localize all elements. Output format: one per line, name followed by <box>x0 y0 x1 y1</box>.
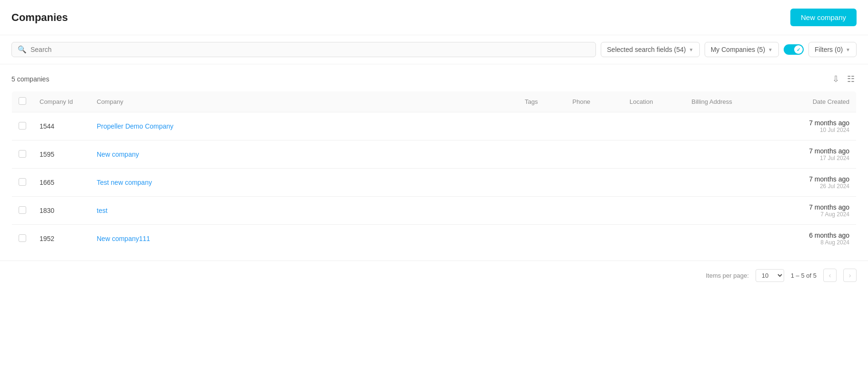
row-company-name: New company <box>90 141 518 169</box>
toolbar: 🔍 Selected search fields (54) ▼ My Compa… <box>0 35 868 64</box>
table-row: 1544 Propeller Demo Company 7 months ago… <box>12 112 857 141</box>
row-date-created: 7 months ago 7 Aug 2024 <box>771 197 857 225</box>
table-actions: ⇩ ☷ <box>830 72 857 86</box>
row-phone <box>566 169 623 197</box>
next-page-button[interactable]: › <box>843 269 857 282</box>
page-header: Companies New company <box>0 0 868 35</box>
row-checkbox[interactable] <box>19 150 26 158</box>
date-exact: 17 Jul 2024 <box>777 155 850 161</box>
row-billing-address <box>685 169 771 197</box>
row-location <box>623 197 685 225</box>
companies-table: Company Id Company Tags Phone Location B… <box>11 91 857 253</box>
row-checkbox[interactable] <box>19 234 26 242</box>
row-date-created: 7 months ago 26 Jul 2024 <box>771 169 857 197</box>
date-exact: 26 Jul 2024 <box>777 183 850 190</box>
date-ago: 7 months ago <box>777 175 850 183</box>
row-checkbox[interactable] <box>19 178 26 186</box>
row-checkbox-cell <box>12 141 33 169</box>
row-checkbox-cell <box>12 169 33 197</box>
date-exact: 7 Aug 2024 <box>777 211 850 218</box>
th-billing-address: Billing Address <box>685 91 771 112</box>
chevron-down-icon: ▼ <box>768 47 773 52</box>
th-company: Company <box>90 91 518 112</box>
table-row: 1830 test 7 months ago 7 Aug 2024 <box>12 197 857 225</box>
table-header-row: 5 companies ⇩ ☷ <box>11 72 857 86</box>
row-phone <box>566 112 623 141</box>
row-phone <box>566 141 623 169</box>
table-header: Company Id Company Tags Phone Location B… <box>12 91 857 112</box>
row-checkbox-cell <box>12 225 33 253</box>
th-checkbox <box>12 91 33 112</box>
row-location <box>623 225 685 253</box>
items-per-page-label: Items per page: <box>706 272 748 279</box>
row-tags <box>518 112 566 141</box>
search-icon: 🔍 <box>18 45 27 54</box>
prev-page-button[interactable]: ‹ <box>823 269 837 282</box>
row-location <box>623 141 685 169</box>
row-company-name: Propeller Demo Company <box>90 112 518 141</box>
chevron-down-icon: ▼ <box>689 47 694 52</box>
row-company-name: test <box>90 197 518 225</box>
toggle-check-icon: ✓ <box>797 47 800 52</box>
my-companies-toggle[interactable]: ✓ <box>784 44 804 55</box>
select-all-checkbox[interactable] <box>19 97 26 105</box>
company-link[interactable]: New company <box>97 151 139 158</box>
row-billing-address <box>685 112 771 141</box>
page-title: Companies <box>11 11 68 24</box>
new-company-button[interactable]: New company <box>790 9 857 26</box>
content-area: 5 companies ⇩ ☷ Company Id Company Tags … <box>0 64 868 261</box>
companies-count: 5 companies <box>11 75 49 83</box>
row-company-name: New company111 <box>90 225 518 253</box>
th-date-created: Date Created <box>771 91 857 112</box>
th-phone: Phone <box>566 91 623 112</box>
row-company-name: Test new company <box>90 169 518 197</box>
date-ago: 7 months ago <box>777 203 850 211</box>
company-link[interactable]: Propeller Demo Company <box>97 122 173 130</box>
row-phone <box>566 197 623 225</box>
row-date-created: 7 months ago 17 Jul 2024 <box>771 141 857 169</box>
pagination-range: 1 – 5 of 5 <box>791 272 817 279</box>
filters-dropdown[interactable]: Filters (0) ▼ <box>808 42 857 57</box>
date-exact: 8 Aug 2024 <box>777 239 850 246</box>
chevron-down-icon: ▼ <box>846 47 850 52</box>
th-location: Location <box>623 91 685 112</box>
row-billing-address <box>685 141 771 169</box>
date-ago: 7 months ago <box>777 147 850 155</box>
row-date-created: 6 months ago 8 Aug 2024 <box>771 225 857 253</box>
company-link[interactable]: test <box>97 207 108 214</box>
my-companies-dropdown[interactable]: My Companies (5) ▼ <box>705 42 779 57</box>
row-tags <box>518 141 566 169</box>
search-fields-dropdown[interactable]: Selected search fields (54) ▼ <box>601 42 700 57</box>
row-checkbox[interactable] <box>19 122 26 130</box>
row-tags <box>518 197 566 225</box>
row-company-id: 1595 <box>33 141 90 169</box>
row-tags <box>518 169 566 197</box>
row-company-id: 1830 <box>33 197 90 225</box>
row-location <box>623 169 685 197</box>
row-checkbox-cell <box>12 197 33 225</box>
row-date-created: 7 months ago 10 Jul 2024 <box>771 112 857 141</box>
row-billing-address <box>685 225 771 253</box>
grid-view-button[interactable]: ☷ <box>845 72 857 86</box>
company-link[interactable]: New company111 <box>97 235 150 242</box>
row-tags <box>518 225 566 253</box>
row-checkbox[interactable] <box>19 206 26 214</box>
toggle-thumb: ✓ <box>794 45 803 54</box>
toggle-wrapper[interactable]: ✓ <box>784 44 804 55</box>
table-row: 1952 New company111 6 months ago 8 Aug 2… <box>12 225 857 253</box>
search-wrapper: 🔍 <box>11 42 596 57</box>
date-exact: 10 Jul 2024 <box>777 127 850 133</box>
table-row: 1595 New company 7 months ago 17 Jul 202… <box>12 141 857 169</box>
row-location <box>623 112 685 141</box>
table-row: 1665 Test new company 7 months ago 26 Ju… <box>12 169 857 197</box>
company-link[interactable]: Test new company <box>97 179 152 186</box>
date-ago: 7 months ago <box>777 119 850 127</box>
row-checkbox-cell <box>12 112 33 141</box>
row-company-id: 1952 <box>33 225 90 253</box>
per-page-select[interactable]: 10 25 50 100 <box>756 269 784 282</box>
row-billing-address <box>685 197 771 225</box>
search-input[interactable] <box>30 46 590 53</box>
download-button[interactable]: ⇩ <box>830 72 841 86</box>
pagination-bar: Items per page: 10 25 50 100 1 – 5 of 5 … <box>0 261 868 290</box>
row-phone <box>566 225 623 253</box>
